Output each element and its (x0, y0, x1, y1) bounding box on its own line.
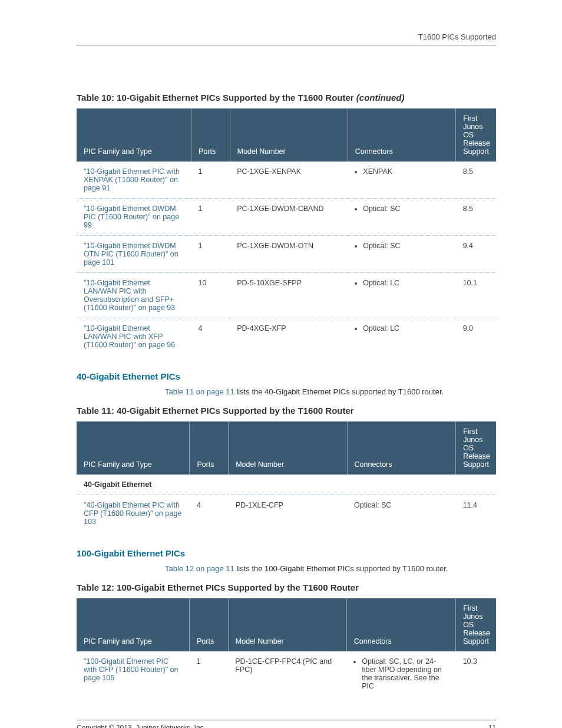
pic-link[interactable]: "10-Gigabit Ethernet PIC with XENPAK (T1… (84, 167, 180, 192)
table-subhead: 40-Gigabit Ethernet (77, 475, 496, 495)
col-ports: Ports (191, 108, 230, 162)
table-row: "10-Gigabit Ethernet PIC with XENPAK (T1… (77, 162, 496, 199)
footer-copyright: Copyright © 2013, Juniper Networks, Inc. (77, 724, 206, 728)
ports-cell: 1 (191, 162, 230, 199)
page-footer: Copyright © 2013, Juniper Networks, Inc.… (77, 720, 496, 728)
section-heading-100g: 100-Gigabit Ethernet PICs (77, 548, 496, 558)
table-row: "10-Gigabit Ethernet DWDM OTN PIC (T1600… (77, 236, 496, 273)
table-row: "40-Gigabit Ethernet PIC with CFP (T1600… (77, 495, 496, 532)
running-header: T1600 PICs Supported (77, 32, 496, 45)
table-subhead-row: 40-Gigabit Ethernet (77, 475, 496, 495)
table-11-caption: Table 11: 40-Gigabit Ethernet PICs Suppo… (77, 406, 496, 416)
section-para-100g: Table 12 on page 11 lists the 100-Gigabi… (77, 564, 496, 573)
table-11: PIC Family and Type Ports Model Number C… (77, 421, 496, 532)
table-12: PIC Family and Type Ports Model Number C… (77, 598, 496, 696)
pic-link[interactable]: "10-Gigabit Ethernet DWDM OTN PIC (T1600… (84, 242, 178, 266)
col-connectors: Connectors (348, 108, 455, 162)
release-cell: 8.5 (456, 162, 496, 199)
connectors-cell: XENPAK (348, 162, 455, 199)
table-row: "10-Gigabit Ethernet LAN/WAN PIC with XF… (77, 318, 496, 355)
footer-page-number: 11 (488, 724, 496, 728)
table-row: "100-Gigabit Ethernet PIC with CFP (T160… (77, 651, 496, 696)
pic-link[interactable]: "10-Gigabit Ethernet DWDM PIC (T1600 Rou… (84, 205, 179, 229)
pic-link[interactable]: "40-Gigabit Ethernet PIC with CFP (T1600… (84, 501, 181, 526)
pic-link[interactable]: "10-Gigabit Ethernet LAN/WAN PIC with XF… (84, 324, 175, 349)
pic-link[interactable]: "10-Gigabit Ethernet LAN/WAN PIC with Ov… (84, 279, 175, 312)
col-model: Model Number (230, 108, 348, 162)
table-row: "10-Gigabit Ethernet DWDM PIC (T1600 Rou… (77, 199, 496, 236)
col-pic-family: PIC Family and Type (77, 108, 191, 162)
table-11-ref-link[interactable]: Table 11 on page 11 (165, 387, 234, 396)
section-para-40g: Table 11 on page 11 lists the 40-Gigabit… (77, 387, 496, 396)
pic-link[interactable]: "100-Gigabit Ethernet PIC with CFP (T160… (84, 657, 178, 682)
col-release: First Junos OS Release Support (456, 108, 496, 162)
table-10-caption: Table 10: 10-Gigabit Ethernet PICs Suppo… (77, 93, 496, 103)
model-cell: PC-1XGE-XENPAK (230, 162, 348, 199)
section-heading-40g: 40-Gigabit Ethernet PICs (77, 371, 496, 381)
table-12-ref-link[interactable]: Table 12 on page 11 (165, 564, 234, 573)
table-10: PIC Family and Type Ports Model Number C… (77, 108, 496, 355)
header-text: T1600 PICs Supported (418, 32, 496, 41)
table-12-caption: Table 12: 100-Gigabit Ethernet PICs Supp… (77, 582, 496, 592)
table-row: "10-Gigabit Ethernet LAN/WAN PIC with Ov… (77, 273, 496, 318)
